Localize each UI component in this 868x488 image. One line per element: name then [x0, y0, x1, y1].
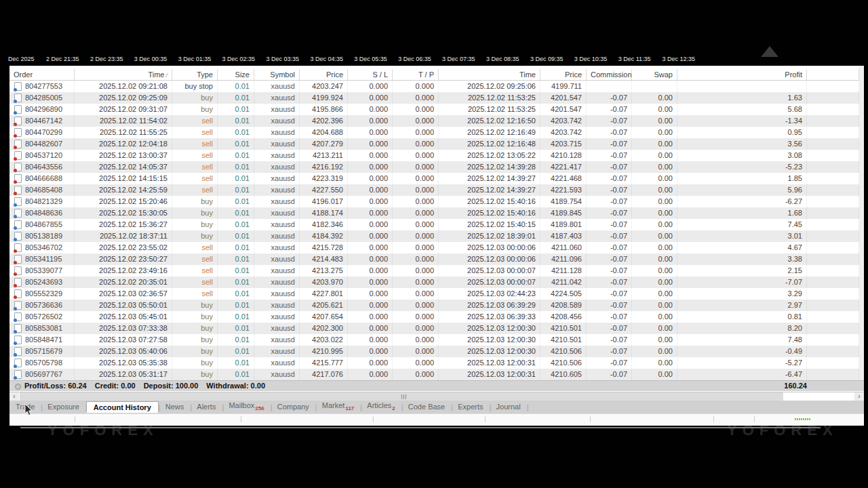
tab-alerts[interactable]: Alerts [191, 401, 222, 413]
order-cell: 805715679 [9, 346, 75, 357]
size-cell: 0.01 [218, 253, 254, 265]
close_price-cell: 4208.456 [540, 311, 587, 323]
table-row[interactable]: 8046854082025.12.02 14:25:59sell0.01xauu… [9, 184, 859, 196]
column-header-order[interactable]: Order [9, 69, 75, 80]
tab-company[interactable]: Company [271, 401, 315, 413]
table-row[interactable]: 8051381892025.12.02 18:37:11buy0.01xauus… [9, 230, 859, 242]
table-row[interactable]: 8046435562025.12.02 14:05:37sell0.01xauu… [9, 161, 859, 173]
filler-cell [807, 138, 859, 150]
filler-cell [807, 288, 859, 300]
table-row[interactable]: 8048486362025.12.02 15:30:05buy0.01xauus… [9, 207, 859, 219]
tab-exposure[interactable]: Exposure [41, 401, 85, 413]
tab-experts[interactable]: Experts [452, 401, 489, 413]
table-row[interactable]: 8055523292025.12.03 02:36:57sell0.01xauu… [9, 288, 859, 300]
order-cell: 805697767 [9, 369, 75, 380]
symbol-cell: xauusd [254, 184, 300, 196]
sl-cell: 0.000 [348, 138, 393, 150]
summary-item: Withdrawal: 0.00 [206, 382, 265, 390]
type-cell: buy [172, 104, 218, 115]
tab-articles[interactable]: Articles2 [361, 400, 401, 414]
green-dash [801, 418, 802, 420]
close_time-cell: 2025.12.03 12:00:30 [439, 334, 540, 346]
type-cell: sell [172, 161, 218, 173]
table-row[interactable]: 8057156792025.12.03 05:40:06buy0.01xauus… [9, 346, 859, 357]
open_time-cell: 2025.12.03 05:35:38 [75, 357, 172, 369]
tab-account-history[interactable]: Account History [86, 401, 159, 413]
table-row[interactable]: 8058484712025.12.03 07:27:58buy0.01xauus… [9, 334, 859, 346]
scroll-left-arrow[interactable]: ‹ [9, 392, 19, 401]
table-row[interactable]: 8048213292025.12.02 15:20:46buy0.01xauus… [9, 196, 859, 207]
column-header-close_price[interactable]: Price [540, 69, 587, 80]
column-header-open_time[interactable]: Time∕ [75, 69, 172, 80]
open_price-cell: 4195.866 [300, 104, 348, 115]
open_time-cell: 2025.12.02 09:25:09 [75, 92, 172, 104]
open_time-cell: 2025.12.03 05:45:01 [75, 311, 172, 323]
column-header-commission[interactable]: Commission [587, 69, 632, 80]
symbol-cell: xauusd [254, 81, 300, 92]
profit-cell: -0.49 [677, 346, 807, 357]
table-row[interactable]: 8044826072025.12.02 12:04:18sell0.01xauu… [9, 138, 859, 150]
column-header-symbol[interactable]: Symbol [254, 69, 300, 80]
buy-order-icon [14, 197, 22, 206]
table-row[interactable]: 8045371202025.12.02 13:00:37sell0.01xauu… [9, 150, 859, 161]
table-row[interactable]: 8053467022025.12.02 23:55:02sell0.01xauu… [9, 242, 859, 253]
swap-cell: 0.00 [632, 196, 677, 207]
tp-cell: 0.000 [393, 219, 439, 230]
table-row[interactable]: 8058530812025.12.03 07:33:38buy0.01xauus… [9, 323, 859, 334]
swap-cell: 0.00 [632, 288, 677, 300]
profit-cell: 1.63 [677, 92, 807, 104]
scroll-right-arrow[interactable]: › [854, 392, 864, 401]
column-header-close_time[interactable]: Time [439, 69, 540, 80]
close_price-cell: 4211.096 [540, 253, 587, 265]
swap-cell: 0.00 [632, 173, 677, 184]
tab-market[interactable]: Market117 [316, 400, 361, 414]
tab-journal[interactable]: Journal [490, 401, 527, 413]
column-header-tp[interactable]: T / P [393, 69, 439, 80]
type-cell: buy [172, 346, 218, 357]
table-row[interactable]: 8056977672025.12.03 05:31:17buy0.01xauus… [9, 369, 859, 380]
swap-cell [632, 81, 677, 92]
table-row[interactable]: 8046666882025.12.02 14:15:15sell0.01xauu… [9, 173, 859, 184]
table-row[interactable]: 8057366362025.12.03 05:50:01buy0.01xauus… [9, 300, 859, 311]
table-row[interactable]: 8057265022025.12.03 05:45:01buy0.01xauus… [9, 311, 859, 323]
table-row[interactable]: 8042968902025.12.02 09:31:07buy0.01xauus… [9, 104, 859, 115]
tab-code-base[interactable]: Code Base [402, 401, 451, 413]
buy-order-icon [14, 232, 22, 241]
column-header-swap[interactable]: Swap [632, 69, 677, 80]
symbol-cell: xauusd [254, 150, 300, 161]
sl-cell: 0.000 [348, 311, 393, 323]
horizontal-scrollbar[interactable]: ‹ › [9, 392, 864, 401]
tab-mailbox[interactable]: Mailbox256 [222, 400, 270, 414]
symbol-cell: xauusd [254, 138, 300, 150]
table-row[interactable]: 8057057982025.12.03 05:35:38buy0.01xauus… [9, 357, 859, 369]
swap-cell: 0.00 [632, 253, 677, 265]
table-row[interactable]: 8042775532025.12.02 09:21:08buy stop0.01… [9, 81, 859, 92]
scrollbar-thumb[interactable] [20, 392, 783, 401]
open_time-cell: 2025.12.02 20:35:01 [75, 277, 172, 288]
table-row[interactable]: 8044671422025.12.02 11:54:02sell0.01xauu… [9, 115, 859, 127]
size-cell: 0.01 [218, 242, 254, 253]
tp-cell: 0.000 [393, 277, 439, 288]
order-cell: 804537120 [9, 150, 75, 161]
table-row[interactable]: 8053390772025.12.02 23:49:16sell0.01xauu… [9, 265, 859, 277]
column-header-type[interactable]: Type [172, 69, 218, 80]
filler-cell [807, 265, 859, 277]
type-cell: sell [172, 288, 218, 300]
column-header-size[interactable]: Size [218, 69, 254, 80]
green-dash [805, 418, 806, 420]
table-row[interactable]: 8053411952025.12.02 23:50:27sell0.01xauu… [9, 253, 859, 265]
table-row[interactable]: 8042850052025.12.02 09:25:09buy0.01xauus… [9, 92, 859, 104]
table-row[interactable]: 8044702992025.12.02 11:55:25sell0.01xauu… [9, 127, 859, 138]
column-header-sl[interactable]: S / L [348, 69, 393, 80]
type-cell: buy [172, 230, 218, 242]
filler-cell [807, 323, 859, 334]
order-cell: 805341195 [9, 253, 75, 265]
column-header-open_price[interactable]: Price [300, 69, 348, 80]
tab-news[interactable]: News [159, 401, 191, 413]
summary-item: Credit: 0.00 [95, 382, 136, 390]
sl-cell: 0.000 [348, 207, 393, 219]
open_price-cell: 4213.211 [300, 150, 348, 161]
column-header-profit[interactable]: Profit [677, 69, 807, 80]
table-row[interactable]: 8048678552025.12.02 15:36:27buy0.01xauus… [9, 219, 859, 230]
table-row[interactable]: 8052436932025.12.02 20:35:01sell0.01xauu… [9, 277, 859, 288]
